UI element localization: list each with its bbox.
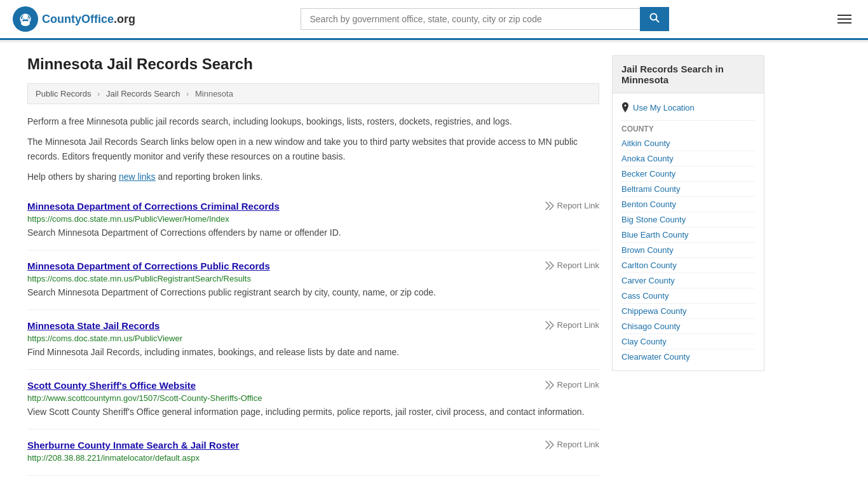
use-location-label: Use My Location [633, 103, 695, 112]
report-link[interactable]: Report Link [545, 440, 599, 450]
result-desc: Search Minnesota Department of Correctio… [27, 226, 599, 240]
county-list: Aitkin CountyAnoka CountyBecker CountyBe… [621, 136, 755, 364]
hamburger-line [837, 22, 851, 24]
new-links-link[interactable]: new links [119, 172, 156, 182]
report-link[interactable]: Report Link [545, 380, 599, 390]
result-title[interactable]: Minnesota State Jail Records [27, 320, 159, 331]
report-icon [545, 261, 555, 271]
result-item: Scott County Sheriff's Office Website Re… [27, 370, 599, 430]
main-container: Minnesota Jail Records Search Public Rec… [15, 43, 853, 488]
county-link[interactable]: Aitkin County [621, 136, 755, 151]
breadcrumb-separator: › [186, 89, 189, 98]
svg-point-1 [23, 14, 28, 19]
county-label: County [621, 120, 755, 136]
report-icon [545, 201, 555, 211]
hamburger-line [837, 15, 851, 16]
result-item: Minnesota Department of Corrections Crim… [27, 191, 599, 250]
result-item: Minnesota State Jail Records Report Link… [27, 310, 599, 370]
breadcrumb-minnesota: Minnesota [195, 89, 233, 98]
county-link[interactable]: Carlton County [621, 258, 755, 273]
result-desc: View Scott County Sheriff's Office gener… [27, 405, 599, 419]
report-icon [545, 440, 555, 450]
result-title[interactable]: Minnesota Department of Corrections Publ… [27, 261, 270, 271]
breadcrumb-separator: › [97, 89, 100, 98]
result-url: https://coms.doc.state.mn.us/PublicViewe… [27, 214, 599, 224]
result-url: http://www.scottcountymn.gov/1507/Scott-… [27, 393, 599, 403]
result-url: https://coms.doc.state.mn.us/PublicRegis… [27, 274, 599, 283]
county-link[interactable]: Cass County [621, 288, 755, 304]
menu-button[interactable] [834, 11, 855, 27]
search-area [301, 7, 669, 31]
report-link-label: Report Link [557, 261, 599, 270]
county-link[interactable]: Blue Earth County [621, 227, 755, 243]
county-link[interactable]: Beltrami County [621, 182, 755, 197]
report-icon [545, 380, 555, 390]
results-container: Minnesota Department of Corrections Crim… [27, 191, 599, 476]
use-my-location[interactable]: Use My Location [621, 100, 755, 115]
county-link[interactable]: Big Stone County [621, 212, 755, 227]
sidebar-title: Jail Records Search in Minnesota [613, 56, 764, 93]
sidebar-content: Use My Location County Aitkin CountyAnok… [613, 93, 764, 370]
county-link[interactable]: Clay County [621, 334, 755, 349]
result-url: http://208.38.88.221/inmatelocator/defau… [27, 453, 599, 463]
report-link[interactable]: Report Link [545, 320, 599, 330]
result-title[interactable]: Minnesota Department of Corrections Crim… [27, 201, 280, 212]
sidebar-box: Jail Records Search in Minnesota Use My … [612, 55, 764, 371]
intro-paragraph-3: Help others by sharing new links and rep… [27, 170, 599, 184]
result-title[interactable]: Scott County Sheriff's Office Website [27, 380, 196, 391]
breadcrumb: Public Records › Jail Records Search › M… [27, 83, 599, 104]
breadcrumb-public-records[interactable]: Public Records [36, 89, 91, 98]
intro-paragraph-2: The Minnesota Jail Records Search links … [27, 135, 599, 163]
result-item: Sherburne County Inmate Search & Jail Ro… [27, 430, 599, 476]
intro-paragraph-1: Perform a free Minnesota public jail rec… [27, 114, 599, 128]
logo-area: CountyOffice.org [13, 6, 135, 32]
site-header: CountyOffice.org [0, 0, 868, 40]
breadcrumb-jail-records-search[interactable]: Jail Records Search [106, 89, 180, 98]
report-icon [545, 320, 555, 330]
result-desc: Find Minnesota Jail Records, including i… [27, 346, 599, 359]
county-link[interactable]: Carver County [621, 273, 755, 288]
result-url: https://coms.doc.state.mn.us/PublicViewe… [27, 334, 599, 343]
result-title[interactable]: Sherburne County Inmate Search & Jail Ro… [27, 440, 239, 451]
search-button[interactable] [640, 7, 669, 31]
sidebar: Jail Records Search in Minnesota Use My … [612, 55, 764, 476]
logo-text: CountyOffice.org [42, 13, 135, 26]
county-link[interactable]: Becker County [621, 166, 755, 182]
county-link[interactable]: Chisago County [621, 319, 755, 334]
result-desc: Search Minnesota Department of Correctio… [27, 286, 599, 299]
report-link-label: Report Link [557, 201, 599, 210]
result-item: Minnesota Department of Corrections Publ… [27, 250, 599, 310]
county-link[interactable]: Benton County [621, 197, 755, 212]
result-header: Scott County Sheriff's Office Website Re… [27, 380, 599, 391]
page-title: Minnesota Jail Records Search [27, 55, 599, 73]
search-input[interactable] [301, 8, 640, 30]
content-area: Minnesota Jail Records Search Public Rec… [27, 55, 599, 476]
result-header: Minnesota State Jail Records Report Link [27, 320, 599, 331]
result-header: Sherburne County Inmate Search & Jail Ro… [27, 440, 599, 451]
report-link[interactable]: Report Link [545, 201, 599, 211]
county-link[interactable]: Anoka County [621, 151, 755, 166]
hamburger-line [837, 18, 851, 20]
report-link-label: Report Link [557, 440, 599, 449]
svg-line-6 [656, 20, 658, 22]
logo-icon [13, 6, 38, 32]
result-header: Minnesota Department of Corrections Crim… [27, 201, 599, 212]
county-link[interactable]: Brown County [621, 243, 755, 258]
county-link[interactable]: Clearwater County [621, 349, 755, 364]
report-link-label: Report Link [557, 380, 599, 390]
report-link-label: Report Link [557, 320, 599, 330]
result-header: Minnesota Department of Corrections Publ… [27, 261, 599, 271]
county-link[interactable]: Chippewa County [621, 304, 755, 319]
report-link[interactable]: Report Link [545, 261, 599, 271]
